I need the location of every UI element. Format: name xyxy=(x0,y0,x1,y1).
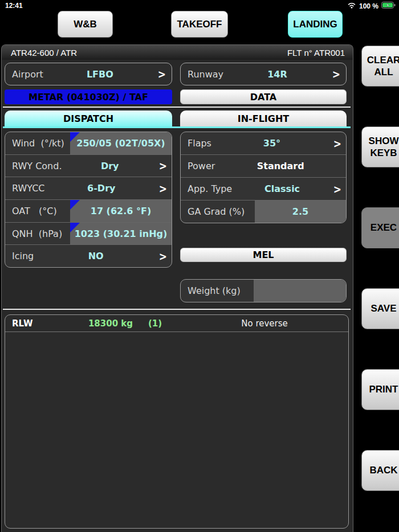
battery-icon xyxy=(381,2,396,10)
back-button[interactable]: BACK xyxy=(361,450,399,491)
status-bar: 12:41 100 % xyxy=(0,0,399,11)
corner-marker-icon xyxy=(70,200,80,210)
corner-marker-icon xyxy=(70,223,80,232)
rwycc-value: 6-Dry xyxy=(45,183,158,194)
flight-number: FLT n° ATR001 xyxy=(287,48,345,58)
icing-field[interactable]: Icing NO > xyxy=(5,245,172,267)
metar-taf-button[interactable]: METAR (041030Z) / TAF xyxy=(5,89,172,104)
flaps-value: 35° xyxy=(211,138,332,149)
rwy-cond-value: Dry xyxy=(62,161,158,171)
clock: 12:41 xyxy=(5,2,23,10)
show-keyboard-button[interactable]: SHOW KEYB xyxy=(361,126,399,167)
result-note: (1) xyxy=(144,315,166,332)
chevron-right-icon: > xyxy=(158,182,167,195)
app-type-label: App. Type xyxy=(181,183,232,194)
weight-input[interactable] xyxy=(254,280,346,302)
qnh-label: QNH (hPa) xyxy=(5,228,70,239)
chevron-right-icon: > xyxy=(332,137,341,150)
results-panel: RLW 18300 kg (1) No reverse xyxy=(5,314,349,529)
rlw-result-row: RLW 18300 kg (1) No reverse xyxy=(5,315,348,332)
rwy-cond-label: RWY Cond. xyxy=(5,161,62,171)
airport-value: LFBO xyxy=(43,69,157,80)
corner-marker-icon xyxy=(70,132,80,142)
save-button[interactable]: SAVE xyxy=(361,288,399,329)
oat-input[interactable]: 17 (62.6 °F) xyxy=(70,200,172,222)
oat-field[interactable]: OAT (°C) 17 (62.6 °F) xyxy=(5,200,172,223)
ga-grad-input[interactable]: 2.5 xyxy=(255,200,346,223)
rwycc-label: RWYCC xyxy=(5,183,45,194)
qnh-field[interactable]: QNH (hPa) 1023 (30.21 inHg) xyxy=(5,223,172,245)
oat-value: 17 (62.6 °F) xyxy=(91,206,151,216)
data-button[interactable]: DATA xyxy=(180,89,347,104)
configuration-group: Flaps 35° > Power Standard App. Type Cla… xyxy=(180,132,347,223)
weight-label: Weight (kg) xyxy=(181,280,254,302)
chevron-right-icon: > xyxy=(157,68,166,80)
qnh-input[interactable]: 1023 (30.21 inHg) xyxy=(70,223,172,245)
rwy-cond-field[interactable]: RWY Cond. Dry > xyxy=(5,155,172,178)
mel-button[interactable]: MEL xyxy=(180,248,347,262)
wind-field[interactable]: Wind (°/kt) 250/05 (02T/05X) xyxy=(5,132,172,155)
weight-field[interactable]: Weight (kg) xyxy=(180,279,347,302)
tab-underline xyxy=(3,126,351,128)
runway-value: 14R xyxy=(223,69,331,80)
wb-button[interactable]: W&B xyxy=(58,11,113,38)
icing-label: Icing xyxy=(5,251,34,261)
landing-button[interactable]: LANDING xyxy=(288,11,343,38)
wind-label: Wind (°/kt) xyxy=(5,138,70,149)
chevron-right-icon: > xyxy=(332,183,341,195)
clear-all-button[interactable]: CLEAR ALL xyxy=(361,46,399,87)
rwycc-field[interactable]: RWYCC 6-Dry > xyxy=(5,177,172,200)
tab-dispatch[interactable]: DISPATCH xyxy=(5,111,172,126)
result-value: 18300 kg xyxy=(71,315,150,332)
flaps-field[interactable]: Flaps 35° > xyxy=(181,132,346,155)
runway-selector[interactable]: Runway 14R > xyxy=(180,63,347,85)
chevron-right-icon: > xyxy=(158,159,167,172)
qnh-value: 1023 (30.21 inHg) xyxy=(75,228,168,239)
conditions-group: Wind (°/kt) 250/05 (02T/05X) RWY Cond. D… xyxy=(5,132,172,268)
flight-header: ATR42-600 / ATR FLT n° ATR001 xyxy=(2,45,353,60)
icing-value: NO xyxy=(34,251,158,261)
aircraft-type: ATR42-600 / ATR xyxy=(11,48,77,58)
power-value: Standard xyxy=(215,161,346,171)
wind-value: 250/05 (02T/05X) xyxy=(76,138,165,149)
ga-grad-field[interactable]: GA Grad (%) 2.5 xyxy=(181,200,346,223)
app-type-value: Classic xyxy=(232,183,332,194)
ga-grad-value: 2.5 xyxy=(292,206,308,217)
chevron-right-icon: > xyxy=(331,68,340,80)
exec-button[interactable]: EXEC xyxy=(361,207,399,248)
separator xyxy=(3,309,351,310)
airport-selector[interactable]: Airport LFBO > xyxy=(5,63,172,85)
tab-in-flight[interactable]: IN-FLIGHT xyxy=(180,111,347,126)
app-type-field[interactable]: App. Type Classic > xyxy=(181,178,346,200)
separator xyxy=(3,107,351,108)
print-button[interactable]: PRINT xyxy=(361,369,399,410)
ga-grad-label: GA Grad (%) xyxy=(181,206,255,217)
takeoff-button[interactable]: TAKEOFF xyxy=(171,11,228,38)
flaps-label: Flaps xyxy=(181,138,211,149)
runway-label: Runway xyxy=(188,69,223,80)
landing-panel: ATR42-600 / ATR FLT n° ATR001 Airport LF… xyxy=(1,44,353,532)
result-reverse: No reverse xyxy=(213,315,316,332)
wind-input[interactable]: 250/05 (02T/05X) xyxy=(70,132,172,154)
chevron-right-icon: > xyxy=(158,250,167,263)
airport-label: Airport xyxy=(12,69,43,80)
power-label: Power xyxy=(181,161,215,171)
battery-percent: 100 % xyxy=(359,2,378,10)
wifi-icon xyxy=(347,2,356,10)
power-field: Power Standard xyxy=(181,155,346,178)
result-name: RLW xyxy=(12,315,33,332)
oat-label: OAT (°C) xyxy=(5,206,70,216)
